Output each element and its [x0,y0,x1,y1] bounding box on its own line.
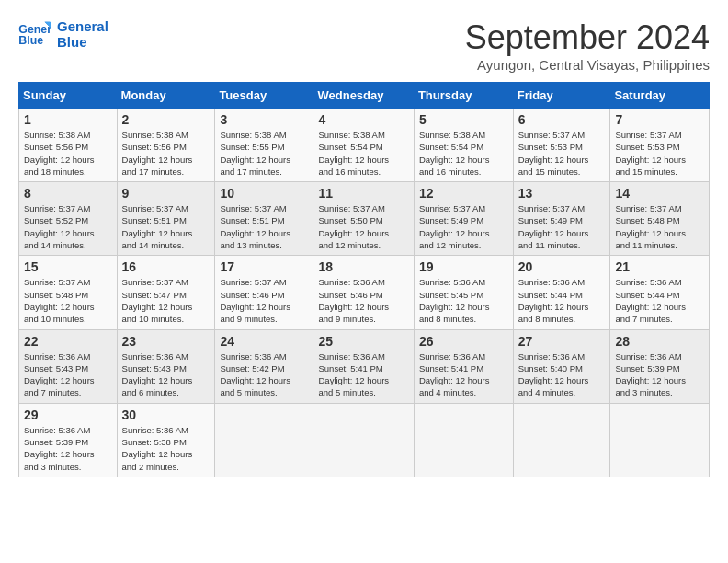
calendar-cell: 24Sunrise: 5:36 AM Sunset: 5:42 PM Dayli… [215,329,313,403]
calendar-cell: 21Sunrise: 5:36 AM Sunset: 5:44 PM Dayli… [610,256,710,329]
day-number: 28 [615,334,704,349]
day-number: 12 [419,186,508,201]
day-number: 4 [318,112,408,127]
calendar-cell: 17Sunrise: 5:37 AM Sunset: 5:46 PM Dayli… [215,256,313,329]
calendar-cell: 9Sunrise: 5:37 AM Sunset: 5:51 PM Daylig… [117,182,215,256]
day-info: Sunrise: 5:37 AM Sunset: 5:51 PM Dayligh… [220,202,308,251]
calendar-cell: 1Sunrise: 5:38 AM Sunset: 5:56 PM Daylig… [19,109,118,182]
header: General Blue General Blue September 2024… [18,18,710,73]
calendar-week-1: 8Sunrise: 5:37 AM Sunset: 5:52 PM Daylig… [19,182,710,256]
day-info: Sunrise: 5:38 AM Sunset: 5:55 PM Dayligh… [220,129,308,178]
calendar-week-0: 1Sunrise: 5:38 AM Sunset: 5:56 PM Daylig… [19,109,710,182]
calendar-table: Sunday Monday Tuesday Wednesday Thursday… [18,82,710,477]
calendar-cell [513,403,610,477]
calendar-cell: 5Sunrise: 5:38 AM Sunset: 5:54 PM Daylig… [414,109,513,182]
day-info: Sunrise: 5:37 AM Sunset: 5:46 PM Dayligh… [220,276,308,325]
calendar-cell: 14Sunrise: 5:37 AM Sunset: 5:48 PM Dayli… [610,182,710,256]
day-number: 18 [318,259,408,274]
calendar-week-2: 15Sunrise: 5:37 AM Sunset: 5:48 PM Dayli… [19,256,710,329]
day-info: Sunrise: 5:36 AM Sunset: 5:46 PM Dayligh… [318,276,408,325]
logo-line2: Blue [57,34,108,50]
day-info: Sunrise: 5:36 AM Sunset: 5:42 PM Dayligh… [220,350,308,399]
title-area: September 2024 Ayungon, Central Visayas,… [465,18,710,73]
calendar-cell: 25Sunrise: 5:36 AM Sunset: 5:41 PM Dayli… [313,329,414,403]
day-number: 10 [220,186,308,201]
header-sunday: Sunday [19,83,118,109]
day-info: Sunrise: 5:37 AM Sunset: 5:52 PM Dayligh… [24,202,112,251]
header-thursday: Thursday [414,83,513,109]
day-info: Sunrise: 5:36 AM Sunset: 5:45 PM Dayligh… [419,276,508,325]
header-saturday: Saturday [610,83,710,109]
day-info: Sunrise: 5:38 AM Sunset: 5:54 PM Dayligh… [419,129,508,178]
day-number: 15 [24,259,112,274]
calendar-cell: 10Sunrise: 5:37 AM Sunset: 5:51 PM Dayli… [215,182,313,256]
header-tuesday: Tuesday [215,83,313,109]
day-number: 9 [122,186,210,201]
header-monday: Monday [117,83,215,109]
location-title: Ayungon, Central Visayas, Philippines [465,57,710,73]
day-info: Sunrise: 5:38 AM Sunset: 5:54 PM Dayligh… [318,129,408,178]
day-number: 16 [122,259,210,274]
calendar-cell: 29Sunrise: 5:36 AM Sunset: 5:39 PM Dayli… [19,403,118,477]
svg-text:Blue: Blue [18,34,43,47]
day-info: Sunrise: 5:38 AM Sunset: 5:56 PM Dayligh… [122,129,210,178]
day-number: 5 [419,112,508,127]
day-info: Sunrise: 5:36 AM Sunset: 5:39 PM Dayligh… [24,424,112,473]
logo-icon: General Blue [18,20,51,48]
day-info: Sunrise: 5:36 AM Sunset: 5:41 PM Dayligh… [419,350,508,399]
header-friday: Friday [513,83,610,109]
day-info: Sunrise: 5:36 AM Sunset: 5:44 PM Dayligh… [518,276,606,325]
calendar-cell [610,403,710,477]
day-number: 14 [615,186,704,201]
day-info: Sunrise: 5:37 AM Sunset: 5:53 PM Dayligh… [518,129,606,178]
calendar-cell: 12Sunrise: 5:37 AM Sunset: 5:49 PM Dayli… [414,182,513,256]
logo: General Blue General Blue [18,18,108,50]
day-info: Sunrise: 5:37 AM Sunset: 5:49 PM Dayligh… [419,202,508,251]
day-number: 7 [615,112,704,127]
calendar-cell: 4Sunrise: 5:38 AM Sunset: 5:54 PM Daylig… [313,109,414,182]
calendar-cell: 27Sunrise: 5:36 AM Sunset: 5:40 PM Dayli… [513,329,610,403]
day-info: Sunrise: 5:37 AM Sunset: 5:47 PM Dayligh… [122,276,210,325]
day-info: Sunrise: 5:37 AM Sunset: 5:51 PM Dayligh… [122,202,210,251]
calendar-cell: 18Sunrise: 5:36 AM Sunset: 5:46 PM Dayli… [313,256,414,329]
calendar-cell: 22Sunrise: 5:36 AM Sunset: 5:43 PM Dayli… [19,329,118,403]
day-number: 22 [24,334,112,349]
calendar-cell: 28Sunrise: 5:36 AM Sunset: 5:39 PM Dayli… [610,329,710,403]
calendar-cell: 19Sunrise: 5:36 AM Sunset: 5:45 PM Dayli… [414,256,513,329]
day-number: 1 [24,112,112,127]
day-info: Sunrise: 5:36 AM Sunset: 5:44 PM Dayligh… [615,276,704,325]
day-info: Sunrise: 5:36 AM Sunset: 5:38 PM Dayligh… [122,424,210,473]
calendar-cell [215,403,313,477]
day-info: Sunrise: 5:37 AM Sunset: 5:50 PM Dayligh… [318,202,408,251]
day-number: 27 [518,334,606,349]
header-row: Sunday Monday Tuesday Wednesday Thursday… [19,83,710,109]
calendar-cell: 11Sunrise: 5:37 AM Sunset: 5:50 PM Dayli… [313,182,414,256]
calendar-cell [414,403,513,477]
day-number: 29 [24,408,112,422]
day-number: 2 [122,112,210,127]
calendar-week-4: 29Sunrise: 5:36 AM Sunset: 5:39 PM Dayli… [19,403,710,477]
day-info: Sunrise: 5:37 AM Sunset: 5:53 PM Dayligh… [615,129,704,178]
day-info: Sunrise: 5:36 AM Sunset: 5:41 PM Dayligh… [318,350,408,399]
day-info: Sunrise: 5:37 AM Sunset: 5:48 PM Dayligh… [24,276,112,325]
day-number: 19 [419,259,508,274]
day-number: 3 [220,112,308,127]
logo-line1: General [57,18,108,34]
day-info: Sunrise: 5:36 AM Sunset: 5:40 PM Dayligh… [518,350,606,399]
day-info: Sunrise: 5:37 AM Sunset: 5:48 PM Dayligh… [615,202,704,251]
day-number: 25 [318,334,408,349]
calendar-cell: 6Sunrise: 5:37 AM Sunset: 5:53 PM Daylig… [513,109,610,182]
calendar-cell: 15Sunrise: 5:37 AM Sunset: 5:48 PM Dayli… [19,256,118,329]
day-number: 11 [318,186,408,201]
day-info: Sunrise: 5:36 AM Sunset: 5:43 PM Dayligh… [24,350,112,399]
header-wednesday: Wednesday [313,83,414,109]
calendar-cell: 30Sunrise: 5:36 AM Sunset: 5:38 PM Dayli… [117,403,215,477]
calendar-week-3: 22Sunrise: 5:36 AM Sunset: 5:43 PM Dayli… [19,329,710,403]
month-title: September 2024 [465,18,710,57]
day-number: 30 [122,408,210,422]
calendar-cell: 3Sunrise: 5:38 AM Sunset: 5:55 PM Daylig… [215,109,313,182]
day-number: 20 [518,259,606,274]
day-info: Sunrise: 5:38 AM Sunset: 5:56 PM Dayligh… [24,129,112,178]
calendar-cell: 16Sunrise: 5:37 AM Sunset: 5:47 PM Dayli… [117,256,215,329]
calendar-cell: 8Sunrise: 5:37 AM Sunset: 5:52 PM Daylig… [19,182,118,256]
